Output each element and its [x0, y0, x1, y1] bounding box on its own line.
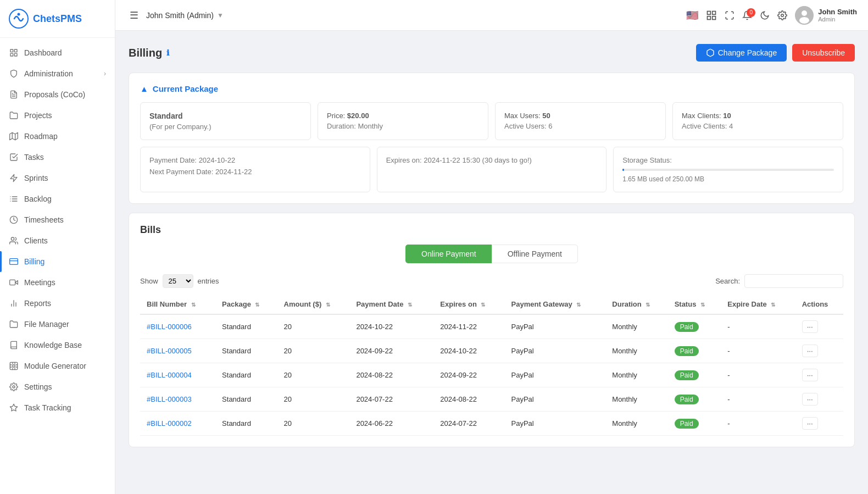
avatar-icon [795, 6, 814, 25]
col-expires-on: Expires on ⇅ [433, 295, 504, 314]
payment-date-cell: 2024-10-22 [349, 314, 433, 339]
svg-rect-39 [708, 11, 711, 14]
user-profile[interactable]: John Smith Admin [795, 6, 857, 25]
actions-button[interactable]: ··· [802, 417, 818, 430]
sidebar-item-reports[interactable]: Reports [0, 293, 115, 314]
bill-link[interactable]: #BILL-000005 [147, 347, 192, 355]
svg-rect-20 [10, 259, 18, 265]
settings-button[interactable] [777, 10, 787, 20]
book-icon [9, 340, 19, 350]
bills-table: Bill Number ⇅ Package ⇅ Amount ($) ⇅ Pay… [140, 295, 843, 436]
sidebar-item-knowledge-base[interactable]: Knowledge Base [0, 335, 115, 356]
svg-rect-40 [713, 11, 716, 14]
sort-icon: ⇅ [326, 302, 330, 308]
sort-icon: ⇅ [481, 302, 485, 308]
entries-select[interactable]: 25 50 100 [163, 274, 193, 288]
actions-button[interactable]: ··· [802, 393, 818, 406]
offline-payment-tab[interactable]: Offline Payment [492, 245, 578, 263]
topbar-user-label: John Smith (Admin) [146, 11, 214, 20]
bill-number-cell: #BILL-000006 [140, 314, 215, 339]
sidebar-item-dashboard[interactable]: Dashboard [0, 42, 115, 63]
svg-marker-38 [10, 404, 17, 411]
svg-point-43 [781, 14, 784, 16]
bill-link[interactable]: #BILL-000002 [147, 419, 192, 428]
sidebar-item-module-generator[interactable]: Module Generator [0, 356, 115, 376]
svg-rect-28 [10, 362, 17, 369]
sidebar-item-backlog[interactable]: Backlog [0, 188, 115, 209]
cpu-icon [9, 361, 19, 371]
sidebar-item-label: Module Generator [24, 362, 86, 370]
sidebar-item-timesheets[interactable]: Timesheets [0, 209, 115, 230]
fullscreen-button[interactable] [725, 10, 735, 20]
notification-button[interactable]: 0 [742, 10, 752, 20]
payment-date-cell: 2024-07-22 [349, 387, 433, 412]
actions-button[interactable]: ··· [802, 320, 818, 333]
sort-icon: ⇅ [408, 302, 412, 308]
clock-icon [9, 215, 19, 225]
actions-cell: ··· [795, 412, 843, 436]
page-title-group: Billing ℹ [129, 47, 169, 59]
payment-date-cell: 2024-06-22 [349, 412, 433, 436]
bill-link[interactable]: #BILL-000006 [147, 323, 192, 331]
language-button[interactable]: 🇺🇸 [686, 9, 698, 21]
duration-cell: Monthly [605, 339, 667, 363]
video-icon [9, 277, 19, 287]
table-row: #BILL-000004 Standard 20 2024-08-22 2024… [140, 363, 843, 387]
menu-toggle-button[interactable]: ☰ [126, 6, 142, 25]
sidebar-item-settings[interactable]: Settings [0, 376, 115, 397]
search-input[interactable] [744, 274, 843, 288]
bill-number-cell: #BILL-000003 [140, 387, 215, 412]
change-package-button[interactable]: Change Package [696, 44, 787, 62]
sidebar-item-billing[interactable]: Billing [0, 251, 115, 272]
logo-icon [9, 9, 29, 29]
actions-button[interactable]: ··· [802, 369, 818, 381]
dark-mode-button[interactable] [760, 10, 770, 20]
sidebar-item-meetings[interactable]: Meetings [0, 272, 115, 293]
svg-rect-41 [708, 16, 711, 19]
sidebar-item-proposals[interactable]: Proposals (CoCo) [0, 84, 115, 105]
svg-rect-2 [10, 49, 13, 52]
header-actions: Change Package Unsubscribe [696, 44, 855, 62]
info-icon[interactable]: ℹ [166, 48, 169, 57]
status-badge: Paid [675, 419, 699, 429]
sidebar-item-administration[interactable]: Administration › [0, 63, 115, 84]
status-badge: Paid [675, 395, 699, 404]
online-payment-tab[interactable]: Online Payment [405, 245, 492, 263]
sidebar-item-clients[interactable]: Clients [0, 230, 115, 251]
bill-number-cell: #BILL-000004 [140, 363, 215, 387]
sidebar-item-task-tracking[interactable]: Task Tracking [0, 397, 115, 418]
sort-icon: ⇅ [700, 302, 705, 308]
sidebar-item-projects[interactable]: Projects [0, 105, 115, 126]
unsubscribe-button[interactable]: Unsubscribe [792, 44, 855, 62]
sidebar-item-tasks[interactable]: Tasks [0, 147, 115, 168]
bar-chart-icon [9, 298, 19, 308]
actions-button[interactable]: ··· [802, 345, 818, 357]
current-package-card: ▲ Current Package Standard (For per Comp… [129, 73, 855, 204]
list-icon [9, 194, 19, 204]
bill-number-cell: #BILL-000005 [140, 339, 215, 363]
duration-cell: Monthly [605, 363, 667, 387]
user-name: John Smith [818, 8, 857, 16]
apps-grid-button[interactable] [706, 10, 717, 21]
check-square-icon [9, 152, 19, 162]
topbar-actions: 🇺🇸 [686, 6, 857, 25]
current-package-header[interactable]: ▲ Current Package [140, 84, 843, 93]
expire-date-cell: - [721, 412, 795, 436]
table-header-row: Bill Number ⇅ Package ⇅ Amount ($) ⇅ Pay… [140, 295, 843, 314]
topbar-user-selector[interactable]: John Smith (Admin) ▼ [142, 9, 228, 22]
chevron-right-icon: › [104, 70, 106, 77]
page-content: Billing ℹ Change Package Unsubscribe [115, 31, 868, 494]
sidebar-item-roadmap[interactable]: Roadmap [0, 126, 115, 147]
col-payment-date: Payment Date ⇅ [349, 295, 433, 314]
package-storage-card: Storage Status: 1.65 MB used of 250.00 M… [613, 147, 843, 192]
bill-link[interactable]: #BILL-000004 [147, 371, 192, 379]
sidebar-item-label: Proposals (CoCo) [24, 90, 85, 99]
status-cell: Paid [668, 387, 721, 412]
avatar [795, 6, 814, 25]
package-price-card: Price: $20.00 Duration: Monthly [318, 102, 488, 140]
table-header: Bill Number ⇅ Package ⇅ Amount ($) ⇅ Pay… [140, 295, 843, 314]
sidebar-item-sprints[interactable]: Sprints [0, 168, 115, 188]
sidebar-item-label: Sprints [24, 174, 48, 182]
bill-link[interactable]: #BILL-000003 [147, 395, 192, 403]
sidebar-item-file-manager[interactable]: File Manager [0, 314, 115, 335]
